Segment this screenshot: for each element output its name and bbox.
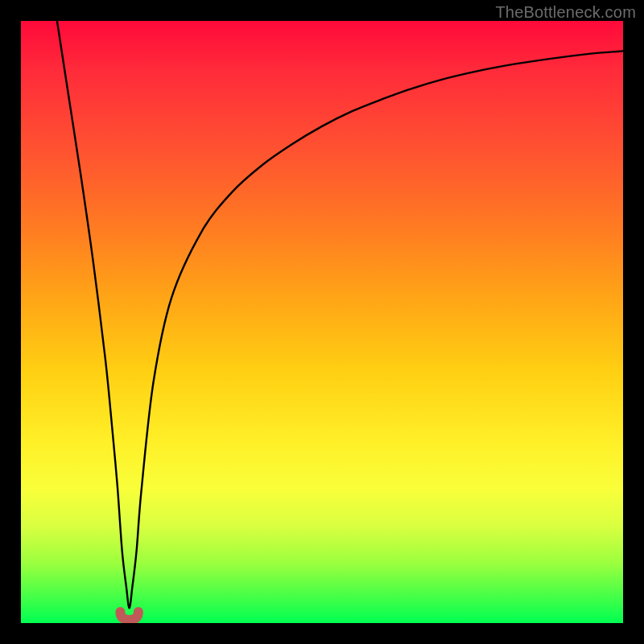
chart-frame: TheBottleneck.com [0,0,644,644]
chart-plot-area [21,21,623,623]
chart-curve [57,21,623,608]
watermark-text: TheBottleneck.com [495,3,636,22]
chart-notch [120,612,138,620]
chart-svg [21,21,623,623]
